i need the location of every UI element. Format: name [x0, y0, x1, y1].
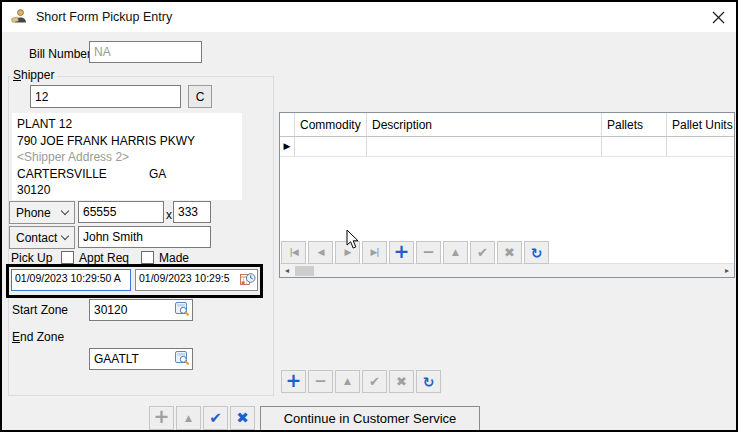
footer-save-button[interactable]: ✔ [203, 406, 228, 430]
phone-ext-input[interactable] [173, 201, 211, 223]
shipper-state: GA [149, 167, 166, 181]
column-header-pallets[interactable]: Pallets [602, 113, 667, 136]
chevron-down-icon [61, 232, 69, 240]
cancel-button[interactable]: ✖ [497, 241, 522, 264]
footer-insert-button[interactable]: + [149, 406, 174, 430]
contact-selector[interactable]: Contact [9, 226, 75, 249]
start-zone-field [89, 299, 193, 321]
bill-number-input[interactable] [89, 41, 202, 63]
table-cell[interactable] [602, 137, 667, 156]
nav-first-button[interactable]: |◀ [281, 241, 306, 264]
appt-req-checkbox[interactable] [61, 251, 74, 264]
shipper-clear-button[interactable]: C [188, 85, 212, 108]
made-label: Made [159, 251, 189, 265]
nav-last-button[interactable]: ▶| [362, 241, 387, 264]
contact-selector-label: Contact [16, 231, 57, 245]
cursor-icon [346, 229, 360, 253]
shipper-address2-placeholder: <Shipper Address 2> [17, 149, 237, 166]
insert-row-button[interactable]: + [389, 241, 414, 264]
window-title: Short Form Pickup Entry [36, 10, 172, 24]
shipper-group-label: Shipper [10, 68, 57, 82]
user-icon [11, 8, 28, 27]
continue-in-customer-service-button[interactable]: Continue in Customer Service [260, 406, 480, 431]
footer-toolbar: + ▲ ✔ ✖ [149, 406, 255, 430]
scroll-right-icon[interactable]: ▸ [720, 264, 734, 278]
post-trace-button[interactable]: ✔ [362, 370, 387, 393]
refresh-button[interactable]: ↻ [524, 241, 549, 264]
appt-req-label: Appt Req [79, 251, 129, 265]
pickup-from-datetime-input[interactable]: 01/09/2023 10:29:50 A [11, 269, 131, 291]
trace-toolbar: + − ▲ ✔ ✖ ↻ [281, 370, 441, 393]
footer-edit-button[interactable]: ▲ [176, 406, 201, 430]
datetime-picker-icon[interactable] [240, 272, 256, 289]
shipper-name: PLANT 12 [17, 116, 237, 133]
refresh-trace-button[interactable]: ↻ [416, 370, 441, 393]
phone-selector-label: Phone [16, 206, 51, 220]
scroll-left-icon[interactable]: ◂ [280, 264, 294, 278]
footer-cancel-button[interactable]: ✖ [230, 406, 255, 430]
post-button[interactable]: ✔ [470, 241, 495, 264]
table-cell[interactable] [295, 137, 367, 156]
phone-number-input[interactable] [78, 201, 164, 223]
made-checkbox[interactable] [141, 251, 154, 264]
commodity-navigator-toolbar: |◀ ◀ ▶ ▶| + − ▲ ✔ ✖ ↻ [281, 241, 549, 264]
edit-row-button[interactable]: ▲ [443, 241, 468, 264]
selector-column-header [280, 113, 295, 136]
scrollbar-thumb[interactable] [295, 266, 314, 276]
insert-trace-button[interactable]: + [281, 370, 306, 393]
commodity-table-row[interactable]: ▶ [280, 137, 734, 157]
shipper-city: CARTERSVILLE [17, 166, 149, 183]
delete-trace-button[interactable]: − [308, 370, 333, 393]
column-header-pallet-units[interactable]: Pallet Units [667, 113, 734, 136]
end-zone-label: End Zone [12, 330, 64, 344]
pickup-label: Pick Up [11, 251, 52, 265]
shipper-city-state: CARTERSVILLEGA [17, 166, 237, 183]
column-header-commodity[interactable]: Commodity [295, 113, 367, 136]
shipper-street: 790 JOE FRANK HARRIS PKWY [17, 133, 237, 150]
contact-name-input[interactable] [78, 226, 211, 248]
pickup-dates-highlight: 01/09/2023 10:29:50 A 01/09/2023 10:29:5 [6, 264, 263, 298]
shipper-zip: 30120 [17, 182, 237, 199]
commodity-grid-header: Commodity Description Pallets Pallet Uni… [280, 113, 734, 137]
close-icon[interactable] [709, 8, 727, 26]
nav-prior-button[interactable]: ◀ [308, 241, 333, 264]
bill-number-label: Bill Number [29, 47, 91, 61]
row-selector-icon: ▶ [280, 137, 295, 156]
start-zone-label: Start Zone [12, 303, 68, 317]
shipper-code-input[interactable] [30, 85, 181, 108]
lookup-icon[interactable] [175, 351, 190, 368]
shipper-address-box: PLANT 12 790 JOE FRANK HARRIS PKWY <Ship… [12, 113, 242, 200]
chevron-down-icon [61, 207, 69, 215]
column-header-description[interactable]: Description [367, 113, 602, 136]
pickup-to-datetime-input[interactable]: 01/09/2023 10:29:5 [135, 269, 258, 291]
titlebar: Short Form Pickup Entry [2, 2, 736, 32]
edit-trace-button[interactable]: ▲ [335, 370, 360, 393]
delete-row-button[interactable]: − [416, 241, 441, 264]
short-form-pickup-entry-dialog: Short Form Pickup Entry Bill Number Ship… [0, 0, 738, 432]
end-zone-field [89, 348, 193, 370]
lookup-icon[interactable] [175, 302, 190, 319]
cancel-trace-button[interactable]: ✖ [389, 370, 414, 393]
phone-ext-label: x [166, 208, 172, 222]
table-cell[interactable] [667, 137, 734, 156]
phone-selector[interactable]: Phone [9, 201, 75, 224]
commodity-grid-hscrollbar[interactable]: ◂ ▸ [280, 263, 734, 277]
table-cell[interactable] [367, 137, 602, 156]
